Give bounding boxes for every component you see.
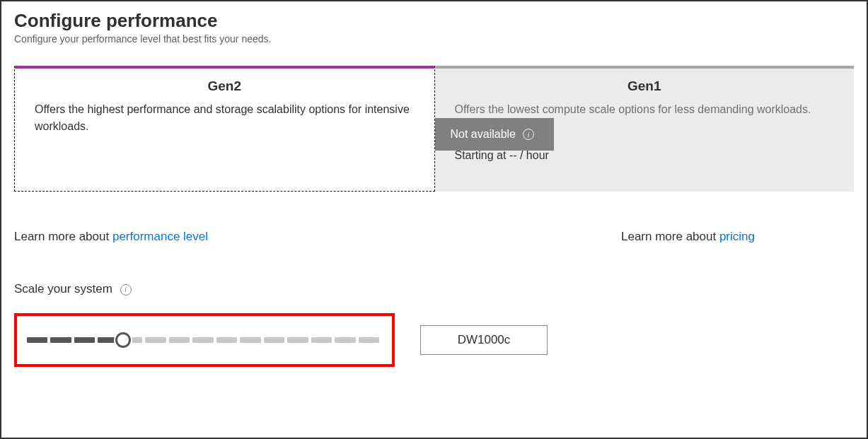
slider-highlight <box>14 313 395 367</box>
info-icon[interactable]: i <box>523 129 534 140</box>
price-prefix: Learn more about <box>621 230 719 243</box>
slider-thumb[interactable] <box>115 332 131 348</box>
page-subtitle: Configure your performance level that be… <box>14 33 854 45</box>
slider-segment <box>359 337 379 343</box>
learn-more-row: Learn more about performance level Learn… <box>14 230 854 244</box>
page-title: Configure performance <box>14 10 854 32</box>
tier-gen2-title: Gen2 <box>35 78 415 94</box>
pricing-link[interactable]: pricing <box>719 230 755 243</box>
slider-segment <box>240 337 260 343</box>
not-available-badge: Not available i <box>435 118 555 151</box>
slider-segment <box>264 337 284 343</box>
info-icon[interactable]: i <box>120 284 132 295</box>
slider-segment <box>145 337 166 343</box>
tier-tiles: Gen2 Offers the highest performance and … <box>14 66 854 192</box>
perf-prefix: Learn more about <box>14 230 112 243</box>
slider-segment <box>287 337 308 343</box>
slider-segment <box>311 337 332 343</box>
learn-more-pricing: Learn more about pricing <box>621 230 755 244</box>
tier-gen1-footer: Starting at -- / hour <box>455 149 835 162</box>
scale-slider[interactable] <box>27 337 382 343</box>
slider-segment <box>169 337 190 343</box>
slider-segment <box>216 337 237 343</box>
scale-system-label: Scale your system i <box>14 282 854 296</box>
tier-gen1-title: Gen1 <box>455 78 835 94</box>
tier-card-gen1: Gen1 Offers the lowest compute scale opt… <box>435 66 855 192</box>
slider-segment <box>27 337 47 343</box>
performance-level-link[interactable]: performance level <box>112 230 208 243</box>
tier-card-gen2[interactable]: Gen2 Offers the highest performance and … <box>14 66 435 192</box>
slider-row: DW1000c <box>14 313 854 367</box>
slider-segment <box>335 337 355 343</box>
slider-segment <box>74 337 95 343</box>
scale-label-text: Scale your system <box>14 282 112 295</box>
slider-segment <box>192 337 213 343</box>
tier-gen1-desc: Offers the lowest compute scale options … <box>455 101 835 118</box>
slider-segment <box>50 337 71 343</box>
tier-gen2-desc: Offers the highest performance and stora… <box>35 101 415 135</box>
not-available-text: Not available <box>451 128 516 141</box>
scale-value-display: DW1000c <box>420 325 548 355</box>
learn-more-performance: Learn more about performance level <box>14 230 208 244</box>
